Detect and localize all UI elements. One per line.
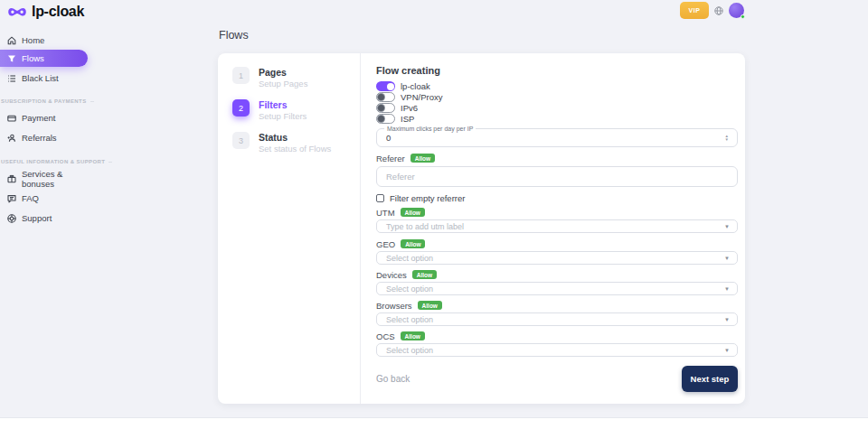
max-clicks-field: Maximum clicks per day per IP ▲▼ xyxy=(376,128,738,147)
sidebar-section-title: Useful information & Support xyxy=(0,159,90,164)
allow-badge[interactable]: Allow xyxy=(418,301,442,310)
flow-card: 1 Pages Setup Pages 2 Filters Setup Filt… xyxy=(218,53,745,404)
browsers-label: Browsers xyxy=(376,301,412,311)
sidebar-item-home[interactable]: Home xyxy=(0,35,90,45)
toggle-ipv6[interactable]: IPv6 xyxy=(376,103,738,113)
brand-name: lp-cloak xyxy=(32,4,84,20)
allow-badge[interactable]: Allow xyxy=(401,239,425,248)
checkbox-unchecked[interactable] xyxy=(376,194,384,202)
user-avatar[interactable] xyxy=(729,3,744,18)
referer-input[interactable] xyxy=(376,166,738,187)
flows-funnel-icon xyxy=(7,54,16,63)
mask-icon xyxy=(7,5,27,19)
next-step-button[interactable]: Next step xyxy=(682,366,738,392)
brand-logo[interactable]: lp-cloak xyxy=(7,4,84,20)
allow-badge[interactable]: Allow xyxy=(401,331,425,340)
geo-select[interactable]: Select option ▼ xyxy=(376,251,738,265)
sidebar: Home Flows Black List Subscription & Pay… xyxy=(0,27,90,223)
sidebar-item-faq[interactable]: FAQ xyxy=(0,193,90,203)
utm-label-row: UTM Allow xyxy=(376,208,738,217)
ocs-label-row: OCS Allow xyxy=(376,331,738,340)
devices-select[interactable]: Select option ▼ xyxy=(376,282,738,295)
referer-label: Referer xyxy=(376,154,405,163)
devices-label: Devices xyxy=(376,270,407,280)
vip-button[interactable]: VIP xyxy=(680,2,709,19)
geo-label: GEO xyxy=(376,239,395,249)
step-subtitle: Setup Pages xyxy=(259,79,307,89)
step-number: 1 xyxy=(232,67,250,84)
globe-icon[interactable] xyxy=(714,6,723,15)
chevron-down-icon: ▼ xyxy=(724,286,730,292)
sidebar-item-label: Services & bonuses xyxy=(22,169,90,189)
geo-label-row: GEO Allow xyxy=(376,239,738,248)
top-header: lp-cloak VIP xyxy=(0,0,868,23)
toggle-vpn-proxy[interactable]: VPN/Proxy xyxy=(376,92,738,102)
sidebar-item-services-bonuses[interactable]: Services & bonuses xyxy=(0,173,90,183)
chevron-down-icon: ▼ xyxy=(724,224,730,229)
max-clicks-label: Maximum clicks per day per IP xyxy=(384,126,476,133)
chevron-down-icon: ▼ xyxy=(724,256,730,261)
filter-empty-referrer-checkbox-row[interactable]: Filter empty referrer xyxy=(376,193,738,202)
browsers-select[interactable]: Select option ▼ xyxy=(376,312,738,326)
toggle-switch-off[interactable] xyxy=(376,103,395,113)
referer-label-row: Referer Allow xyxy=(376,154,738,163)
sidebar-item-referrals[interactable]: Services & bonuses Referrals xyxy=(0,133,90,143)
credit-card-icon xyxy=(7,114,16,123)
form-title: Flow creating xyxy=(376,65,738,77)
toggle-switch-off[interactable] xyxy=(376,92,395,102)
sidebar-section-title: Subscription & Payments xyxy=(0,98,90,104)
step-subtitle: Set status of Flows xyxy=(259,144,331,154)
allow-badge[interactable]: Allow xyxy=(410,154,435,163)
add-user-icon xyxy=(7,134,16,143)
sidebar-item-label: Flows xyxy=(22,53,44,63)
online-status-dot xyxy=(741,14,745,19)
toggle-switch-off[interactable] xyxy=(376,114,395,124)
gift-icon xyxy=(7,174,16,183)
sidebar-item-label: FAQ xyxy=(22,193,39,203)
utm-label: UTM xyxy=(376,208,395,218)
toggle-lp-cloak[interactable]: lp-cloak xyxy=(376,81,738,91)
chevron-down-icon: ▼ xyxy=(724,317,730,322)
step-subtitle: Setup Filters xyxy=(259,111,307,121)
bottom-footer-strip xyxy=(0,417,868,429)
max-clicks-input[interactable] xyxy=(377,133,725,143)
lifebuoy-icon xyxy=(7,214,16,223)
browsers-label-row: Browsers Allow xyxy=(376,301,738,310)
ocs-select[interactable]: Select option ▼ xyxy=(376,343,738,357)
section-divider xyxy=(108,162,112,163)
utm-combobox[interactable]: Type to add utm label ▼ xyxy=(376,219,738,233)
chevron-down-icon: ▼ xyxy=(724,348,730,353)
sidebar-item-label: Referrals xyxy=(22,133,57,143)
home-icon xyxy=(7,36,16,45)
form-footer: Go back Next step xyxy=(376,366,738,392)
step-pages[interactable]: 1 Pages Setup Pages xyxy=(232,67,349,89)
toggle-switch-on[interactable] xyxy=(376,81,395,91)
step-title: Filters xyxy=(259,99,307,110)
sidebar-item-label: Home xyxy=(22,35,44,45)
step-number: 3 xyxy=(232,132,250,149)
list-icon xyxy=(7,74,16,83)
step-filters[interactable]: 2 Filters Setup Filters xyxy=(232,99,349,121)
sidebar-item-label: Black List xyxy=(22,73,59,83)
app-root: lp-cloak VIP Home Flows xyxy=(0,0,868,429)
go-back-link[interactable]: Go back xyxy=(376,374,410,384)
main-content: Flows 1 Pages Setup Pages 2 Filters Setu… xyxy=(218,27,745,404)
chat-icon xyxy=(7,194,16,203)
sidebar-item-payment[interactable]: Payment xyxy=(0,113,90,123)
step-list: 1 Pages Setup Pages 2 Filters Setup Filt… xyxy=(218,53,361,404)
step-status[interactable]: 3 Status Set status of Flows xyxy=(232,132,349,154)
allow-badge[interactable]: Allow xyxy=(412,270,437,279)
number-stepper-icon[interactable]: ▲▼ xyxy=(725,135,729,142)
header-actions: VIP xyxy=(680,2,744,19)
sidebar-item-support[interactable]: Support xyxy=(0,213,90,223)
filters-form: Flow creating lp-cloak VPN/Proxy IPv6 IS… xyxy=(361,53,745,404)
section-divider xyxy=(90,101,94,102)
ocs-label: OCS xyxy=(376,331,395,341)
allow-badge[interactable]: Allow xyxy=(401,208,425,217)
step-title: Pages xyxy=(259,67,307,78)
step-number: 2 xyxy=(232,99,250,117)
sidebar-item-black-list[interactable]: Black List xyxy=(0,73,90,83)
sidebar-item-flows[interactable]: Flows xyxy=(0,50,88,67)
page-title: Flows xyxy=(219,29,745,42)
toggle-isp[interactable]: ISP xyxy=(376,114,738,124)
